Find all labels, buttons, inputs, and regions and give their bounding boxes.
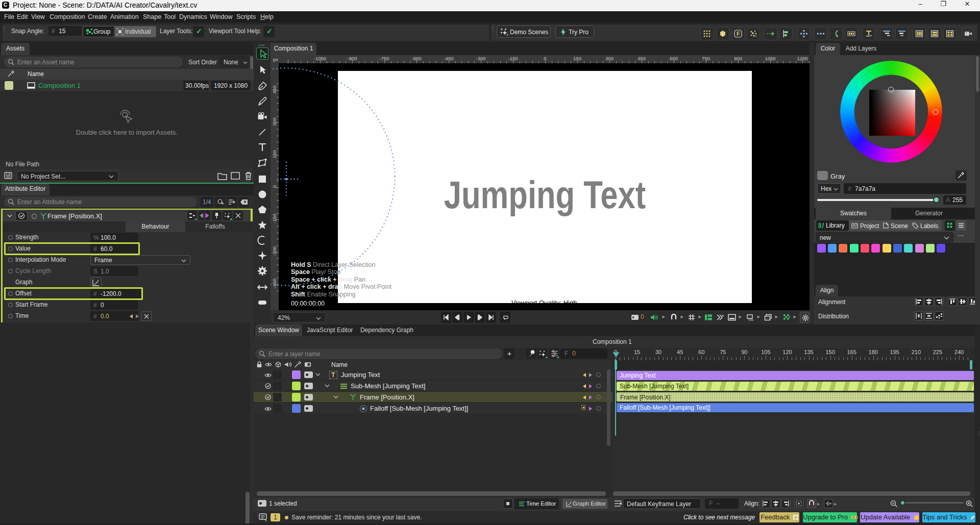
svg-text:F: F	[737, 31, 740, 37]
